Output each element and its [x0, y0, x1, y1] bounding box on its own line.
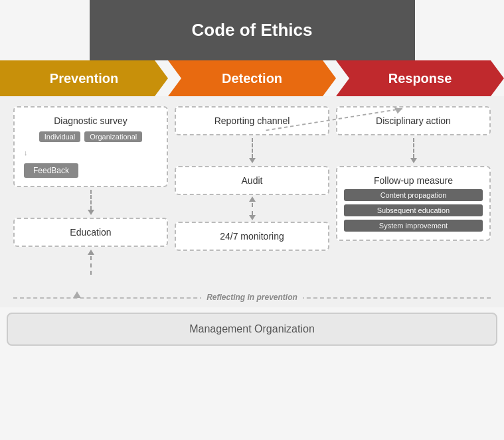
detection-bidirectional-arrow	[249, 196, 256, 220]
banner-prevention: Prevention	[0, 60, 168, 96]
prevention-arrow-up	[88, 250, 94, 275]
followup-measure-box: Follow-up measure Content propagation Su…	[336, 166, 491, 241]
feedback-button[interactable]: FeedBack	[24, 163, 78, 178]
audit-title: Audit	[183, 175, 321, 186]
left-up-arrow-icon	[73, 291, 81, 301]
education-title: Education	[21, 227, 160, 238]
banner-response: Response	[336, 60, 504, 96]
tag-individual: Individual	[39, 131, 80, 142]
svg-marker-2	[73, 291, 81, 298]
detection-column: Reporting channel Audit 24/7 monitoring	[175, 106, 329, 277]
response-arrow-down	[410, 138, 417, 163]
disciplinary-action-title: Disciplinary action	[344, 115, 483, 126]
header-section: Code of Ethics	[90, 0, 415, 60]
content-wrapper: Diagnostic survey Individual Organizatio…	[0, 96, 504, 307]
prevention-arrow-down	[88, 190, 94, 215]
monitoring-title: 24/7 monitoring	[183, 231, 321, 242]
reflecting-row: Reflecting in prevention	[13, 287, 491, 307]
prevention-column: Diagnostic survey Individual Organizatio…	[13, 106, 168, 277]
management-organization-box: Management Organization	[7, 313, 497, 346]
diagnostic-survey-title: Diagnostic survey	[21, 115, 160, 126]
response-column: Disciplinary action Follow-up measure Co…	[336, 106, 491, 277]
followup-measure-title: Follow-up measure	[344, 175, 483, 186]
tag-content-propagation: Content propagation	[344, 189, 483, 201]
education-box: Education	[13, 218, 168, 247]
reporting-channel-title: Reporting channel	[183, 115, 321, 126]
reporting-channel-box: Reporting channel	[175, 106, 329, 135]
tag-organizational: Organizational	[84, 131, 142, 142]
reflecting-text: Reflecting in prevention	[201, 293, 303, 302]
disciplinary-action-box: Disciplinary action	[336, 106, 491, 135]
tag-system-improvement: System improvement	[344, 220, 483, 232]
banner-detection: Detection	[168, 60, 336, 96]
tag-subsequent-education: Subsequent education	[344, 204, 483, 216]
content-area: Diagnostic survey Individual Organizatio…	[7, 96, 497, 287]
monitoring-box: 24/7 monitoring	[175, 222, 329, 251]
detection-arrow1	[249, 138, 256, 163]
audit-box: Audit	[175, 166, 329, 195]
banners-row: Prevention Detection Response	[0, 60, 504, 96]
tag-row: Individual Organizational	[21, 131, 160, 142]
page-title: Code of Ethics	[103, 20, 402, 40]
diagnostic-survey-box: Diagnostic survey Individual Organizatio…	[13, 106, 168, 187]
management-organization-label: Management Organization	[189, 323, 315, 334]
